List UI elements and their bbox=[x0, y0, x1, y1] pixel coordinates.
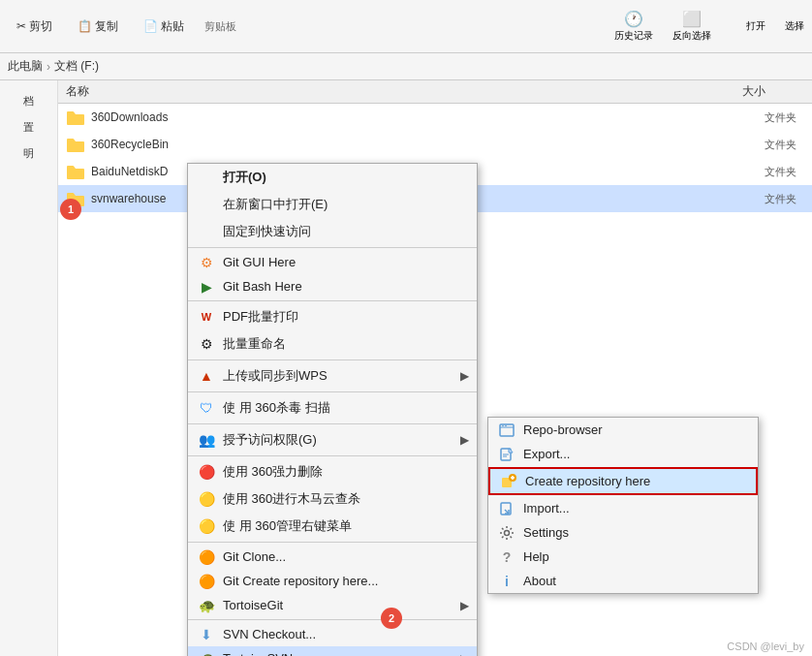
ctx-sep-8 bbox=[188, 619, 477, 620]
file-name-svnwarehouse: svnwarehouse bbox=[91, 192, 166, 205]
ctx-360-cloud-check[interactable]: 🟡 使用 360进行木马云查杀 bbox=[188, 485, 477, 513]
paste-button[interactable]: 📄 粘贴 bbox=[135, 14, 193, 40]
watermark: CSDN @levi_by bbox=[727, 640, 804, 652]
svg-point-2 bbox=[502, 424, 504, 426]
submenu-arrow-tgit: ▶ bbox=[460, 599, 469, 612]
column-header: 名称 大小 bbox=[58, 80, 812, 104]
ctx-sep-4 bbox=[188, 391, 477, 392]
ctx-tortoise-git[interactable]: 🐢 TortoiseGit ▶ bbox=[188, 593, 477, 617]
copy-icon: 📋 bbox=[78, 19, 92, 33]
copy-button[interactable]: 📋 复制 bbox=[69, 14, 127, 40]
help-icon: ? bbox=[498, 548, 515, 566]
file-type-svnwarehouse: 文件夹 bbox=[765, 192, 804, 206]
360-icon: 🛡 bbox=[198, 399, 215, 417]
export-icon bbox=[498, 446, 515, 463]
file-name-360recyclebin: 360RecycleBin bbox=[91, 138, 169, 151]
ctx-git-clone[interactable]: 🟠 Git Clone... bbox=[188, 545, 477, 569]
git-create-icon: 🟠 bbox=[198, 573, 215, 590]
repo-browser-icon bbox=[498, 422, 515, 439]
sidebar: 档 置 明 bbox=[0, 80, 58, 656]
folder-icon-360downloads bbox=[66, 108, 85, 127]
tortoise-git-icon: 🐢 bbox=[198, 597, 215, 614]
about-icon: i bbox=[498, 573, 515, 590]
sidebar-item-2[interactable]: 置 bbox=[0, 114, 57, 141]
ctx-tortoise-svn[interactable]: 🐢 TortoiseSVN ▶ bbox=[188, 646, 477, 656]
ctx-svn-checkout[interactable]: ⬇ SVN Checkout... bbox=[188, 622, 477, 646]
ctx-git-bash[interactable]: ▶ Git Bash Here bbox=[188, 274, 477, 298]
history-button[interactable]: 🕐 历史记录 bbox=[614, 10, 653, 43]
ctx-git-gui[interactable]: ⚙ Git GUI Here bbox=[188, 250, 477, 274]
ctx-grant-access[interactable]: 👥 授予访问权限(G) ▶ bbox=[188, 426, 477, 453]
paste-icon: 📄 bbox=[143, 19, 158, 33]
git-clone-icon: 🟠 bbox=[198, 548, 215, 566]
ctx-360-manage-menu[interactable]: 🟡 使 用 360管理右键菜单 bbox=[188, 513, 477, 540]
import-icon bbox=[498, 500, 515, 517]
svg-point-3 bbox=[505, 424, 507, 426]
submenu-arrow-access: ▶ bbox=[460, 433, 469, 447]
ctx-import[interactable]: Import... bbox=[488, 496, 758, 520]
ctx-sep-6 bbox=[188, 455, 477, 456]
breadcrumb-folder[interactable]: 文档 (F:) bbox=[54, 58, 99, 75]
step-1-circle: 1 bbox=[60, 199, 81, 220]
ctx-pdf-print[interactable]: W PDF批量打印 bbox=[188, 303, 477, 330]
settings-icon bbox=[498, 524, 515, 542]
open-button[interactable]: 打开 bbox=[746, 19, 765, 33]
main-context-menu[interactable]: 打开(O) 在新窗口中打开(E) 固定到快速访问 ⚙ Git GUI Here … bbox=[187, 163, 478, 656]
breadcrumb-computer[interactable]: 此电脑 bbox=[8, 58, 43, 75]
reverse-select-icon: ⬜ bbox=[682, 10, 702, 28]
file-type-360recyclebin: 文件夹 bbox=[765, 138, 804, 152]
ctx-about[interactable]: i About bbox=[488, 569, 758, 593]
select-button[interactable]: 选择 bbox=[785, 19, 804, 33]
ctx-sep-2 bbox=[188, 300, 477, 301]
reverse-select-button[interactable]: ⬜ 反向选择 bbox=[672, 10, 711, 43]
file-type-360downloads: 文件夹 bbox=[765, 110, 804, 125]
ctx-settings[interactable]: Settings bbox=[488, 520, 758, 545]
360-manage-icon: 🟡 bbox=[198, 517, 215, 535]
ctx-help[interactable]: ? Help bbox=[488, 545, 758, 569]
ctx-create-repo[interactable]: Create repository here bbox=[488, 467, 758, 495]
ctx-repo-browser[interactable]: Repo-browser bbox=[488, 418, 758, 442]
ctx-360-scan[interactable]: 🛡 使 用 360杀毒 扫描 bbox=[188, 394, 477, 422]
file-item-360downloads[interactable]: 360Downloads 文件夹 bbox=[58, 104, 812, 131]
file-type-baidunetdisk: 文件夹 bbox=[765, 165, 804, 179]
upload-wps-icon: ▲ bbox=[198, 367, 215, 385]
grant-access-icon: 👥 bbox=[198, 431, 215, 449]
pdf-icon: W bbox=[198, 308, 215, 326]
clipboard-label: 剪贴板 bbox=[204, 19, 236, 34]
ctx-open-new-window[interactable]: 在新窗口中打开(E) bbox=[188, 191, 477, 218]
svg-point-15 bbox=[505, 530, 510, 535]
ctx-pin-quick[interactable]: 固定到快速访问 bbox=[188, 218, 477, 245]
ctx-360-force-del[interactable]: 🔴 使用 360强力删除 bbox=[188, 458, 477, 485]
col-name-header: 名称 bbox=[66, 83, 279, 100]
ctx-sep-7 bbox=[188, 542, 477, 543]
ctx-export[interactable]: Export... bbox=[488, 442, 758, 466]
svg-rect-0 bbox=[500, 424, 514, 436]
toolbar: ✂ 剪切 📋 复制 📄 粘贴 剪贴板 🕐 历史记录 ⬜ 反向选择 打开 选择 bbox=[0, 0, 812, 53]
breadcrumb: 此电脑 › 文档 (F:) bbox=[0, 53, 812, 80]
submenu-arrow-wps: ▶ bbox=[460, 369, 469, 383]
batch-rename-icon: ⚙ bbox=[198, 335, 215, 353]
folder-icon-360recyclebin bbox=[66, 135, 85, 154]
ctx-open-label: 打开(O) bbox=[223, 169, 266, 186]
cut-button[interactable]: ✂ 剪切 bbox=[8, 14, 61, 40]
breadcrumb-arrow-1: › bbox=[47, 60, 50, 74]
sidebar-item-1[interactable]: 档 bbox=[0, 88, 57, 114]
sidebar-item-3[interactable]: 明 bbox=[0, 141, 57, 167]
ctx-upload-wps[interactable]: ▲ 上传或同步到WPS ▶ bbox=[188, 362, 477, 390]
col-size-header: 大小 bbox=[279, 83, 804, 100]
file-name-baidunetdisk: BaiduNetdiskD bbox=[91, 165, 168, 178]
cut-icon: ✂ bbox=[16, 19, 26, 33]
svn-checkout-icon: ⬇ bbox=[198, 626, 215, 643]
file-name-360downloads: 360Downloads bbox=[91, 110, 168, 124]
submenu-arrow-tsvn: ▶ bbox=[460, 652, 469, 657]
tortoise-svn-icon: 🐢 bbox=[198, 650, 215, 657]
ctx-git-create-repo[interactable]: 🟠 Git Create repository here... bbox=[188, 569, 477, 593]
ctx-sep-5 bbox=[188, 423, 477, 424]
ctx-batch-rename[interactable]: ⚙ 批量重命名 bbox=[188, 330, 477, 358]
create-repo-icon bbox=[500, 473, 517, 490]
360-force-del-icon: 🔴 bbox=[198, 463, 215, 481]
file-item-360recyclebin[interactable]: 360RecycleBin 文件夹 bbox=[58, 131, 812, 158]
tortoise-svn-submenu[interactable]: Repo-browser Export... Create repository… bbox=[487, 417, 759, 594]
step-2-circle: 2 bbox=[381, 608, 402, 629]
ctx-open[interactable]: 打开(O) bbox=[188, 164, 477, 191]
